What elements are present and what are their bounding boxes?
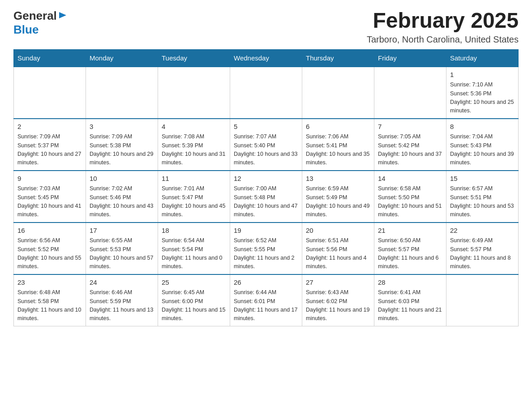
- day-number: 1: [450, 70, 515, 80]
- day-info: Sunrise: 6:50 AMSunset: 5:57 PMDaylight:…: [378, 236, 442, 271]
- calendar-cell: 1Sunrise: 7:10 AMSunset: 5:36 PMDaylight…: [446, 67, 519, 119]
- day-info: Sunrise: 7:09 AMSunset: 5:37 PMDaylight:…: [17, 133, 82, 167]
- day-number: 2: [17, 122, 82, 132]
- day-number: 12: [234, 174, 298, 184]
- day-number: 13: [306, 174, 370, 184]
- calendar-cell: [86, 67, 158, 119]
- day-info: Sunrise: 6:44 AMSunset: 6:01 PMDaylight:…: [234, 288, 298, 323]
- day-info: Sunrise: 7:05 AMSunset: 5:42 PMDaylight:…: [378, 133, 442, 167]
- logo-icon: [58, 10, 68, 20]
- page-header: General Blue February 2025 Tarboro, Nort…: [13, 9, 519, 45]
- calendar-cell: 20Sunrise: 6:51 AMSunset: 5:56 PMDayligh…: [302, 223, 374, 274]
- calendar-table: Sunday Monday Tuesday Wednesday Thursday…: [13, 49, 519, 326]
- day-info: Sunrise: 6:45 AMSunset: 6:00 PMDaylight:…: [162, 288, 226, 323]
- day-info: Sunrise: 6:57 AMSunset: 5:51 PMDaylight:…: [450, 184, 515, 219]
- calendar-cell: 26Sunrise: 6:44 AMSunset: 6:01 PMDayligh…: [230, 274, 302, 326]
- calendar-header-row: Sunday Monday Tuesday Wednesday Thursday…: [14, 49, 519, 67]
- day-info: Sunrise: 7:08 AMSunset: 5:39 PMDaylight:…: [162, 133, 226, 167]
- calendar-week-row: 2Sunrise: 7:09 AMSunset: 5:37 PMDaylight…: [14, 119, 519, 171]
- day-number: 27: [306, 278, 370, 288]
- day-info: Sunrise: 6:51 AMSunset: 5:56 PMDaylight:…: [306, 236, 370, 271]
- day-number: 18: [162, 226, 226, 236]
- day-info: Sunrise: 6:49 AMSunset: 5:57 PMDaylight:…: [450, 236, 515, 271]
- calendar-cell: [158, 67, 230, 119]
- day-number: 26: [234, 278, 298, 288]
- day-number: 24: [90, 278, 154, 288]
- location: Tarboro, North Carolina, United States: [367, 34, 519, 45]
- col-wednesday: Wednesday: [230, 49, 302, 67]
- calendar-cell: 2Sunrise: 7:09 AMSunset: 5:37 PMDaylight…: [14, 119, 86, 171]
- calendar-cell: 10Sunrise: 7:02 AMSunset: 5:46 PMDayligh…: [86, 171, 158, 223]
- calendar-cell: [302, 67, 374, 119]
- day-info: Sunrise: 7:04 AMSunset: 5:43 PMDaylight:…: [450, 133, 515, 167]
- calendar-cell: 13Sunrise: 6:59 AMSunset: 5:49 PMDayligh…: [302, 171, 374, 223]
- day-number: 20: [306, 226, 370, 236]
- col-sunday: Sunday: [14, 49, 86, 67]
- logo-blue-text: Blue: [13, 23, 39, 36]
- day-info: Sunrise: 6:54 AMSunset: 5:54 PMDaylight:…: [162, 236, 226, 271]
- day-number: 3: [90, 122, 154, 132]
- day-info: Sunrise: 6:58 AMSunset: 5:50 PMDaylight:…: [378, 184, 442, 219]
- day-info: Sunrise: 6:56 AMSunset: 5:52 PMDaylight:…: [17, 236, 82, 271]
- day-number: 25: [162, 278, 226, 288]
- col-saturday: Saturday: [446, 49, 519, 67]
- calendar-cell: 24Sunrise: 6:46 AMSunset: 5:59 PMDayligh…: [86, 274, 158, 326]
- calendar-cell: 12Sunrise: 7:00 AMSunset: 5:48 PMDayligh…: [230, 171, 302, 223]
- calendar-week-row: 16Sunrise: 6:56 AMSunset: 5:52 PMDayligh…: [14, 223, 519, 274]
- calendar-cell: 25Sunrise: 6:45 AMSunset: 6:00 PMDayligh…: [158, 274, 230, 326]
- day-number: 23: [17, 278, 82, 288]
- calendar-cell: 15Sunrise: 6:57 AMSunset: 5:51 PMDayligh…: [446, 171, 519, 223]
- day-info: Sunrise: 7:02 AMSunset: 5:46 PMDaylight:…: [90, 184, 154, 219]
- day-number: 17: [90, 226, 154, 236]
- calendar-cell: 9Sunrise: 7:03 AMSunset: 5:45 PMDaylight…: [14, 171, 86, 223]
- day-number: 4: [162, 122, 226, 132]
- day-number: 15: [450, 174, 515, 184]
- calendar-cell: [230, 67, 302, 119]
- day-info: Sunrise: 6:55 AMSunset: 5:53 PMDaylight:…: [90, 236, 154, 271]
- day-info: Sunrise: 7:01 AMSunset: 5:47 PMDaylight:…: [162, 184, 226, 219]
- svg-marker-0: [59, 12, 66, 18]
- calendar-cell: 27Sunrise: 6:43 AMSunset: 6:02 PMDayligh…: [302, 274, 374, 326]
- calendar-cell: 17Sunrise: 6:55 AMSunset: 5:53 PMDayligh…: [86, 223, 158, 274]
- calendar-cell: 19Sunrise: 6:52 AMSunset: 5:55 PMDayligh…: [230, 223, 302, 274]
- calendar-week-row: 9Sunrise: 7:03 AMSunset: 5:45 PMDaylight…: [14, 171, 519, 223]
- day-number: 16: [17, 226, 82, 236]
- calendar-cell: 16Sunrise: 6:56 AMSunset: 5:52 PMDayligh…: [14, 223, 86, 274]
- col-thursday: Thursday: [302, 49, 374, 67]
- calendar-cell: 21Sunrise: 6:50 AMSunset: 5:57 PMDayligh…: [374, 223, 446, 274]
- day-number: 19: [234, 226, 298, 236]
- day-number: 5: [234, 122, 298, 132]
- day-number: 7: [378, 122, 442, 132]
- calendar-cell: [374, 67, 446, 119]
- day-info: Sunrise: 7:03 AMSunset: 5:45 PMDaylight:…: [17, 184, 82, 219]
- calendar-cell: 14Sunrise: 6:58 AMSunset: 5:50 PMDayligh…: [374, 171, 446, 223]
- calendar-cell: 7Sunrise: 7:05 AMSunset: 5:42 PMDaylight…: [374, 119, 446, 171]
- calendar-cell: [446, 274, 519, 326]
- col-tuesday: Tuesday: [158, 49, 230, 67]
- calendar-cell: 8Sunrise: 7:04 AMSunset: 5:43 PMDaylight…: [446, 119, 519, 171]
- day-info: Sunrise: 7:00 AMSunset: 5:48 PMDaylight:…: [234, 184, 298, 219]
- calendar-cell: 5Sunrise: 7:07 AMSunset: 5:40 PMDaylight…: [230, 119, 302, 171]
- day-number: 22: [450, 226, 515, 236]
- day-number: 11: [162, 174, 226, 184]
- day-info: Sunrise: 6:41 AMSunset: 6:03 PMDaylight:…: [378, 288, 442, 323]
- day-info: Sunrise: 6:48 AMSunset: 5:58 PMDaylight:…: [17, 288, 82, 323]
- day-info: Sunrise: 7:07 AMSunset: 5:40 PMDaylight:…: [234, 133, 298, 167]
- day-info: Sunrise: 7:06 AMSunset: 5:41 PMDaylight:…: [306, 133, 370, 167]
- calendar-cell: 18Sunrise: 6:54 AMSunset: 5:54 PMDayligh…: [158, 223, 230, 274]
- calendar-week-row: 1Sunrise: 7:10 AMSunset: 5:36 PMDaylight…: [14, 67, 519, 119]
- day-number: 9: [17, 174, 82, 184]
- calendar-cell: 6Sunrise: 7:06 AMSunset: 5:41 PMDaylight…: [302, 119, 374, 171]
- day-info: Sunrise: 6:52 AMSunset: 5:55 PMDaylight:…: [234, 236, 298, 271]
- calendar-cell: 4Sunrise: 7:08 AMSunset: 5:39 PMDaylight…: [158, 119, 230, 171]
- day-number: 21: [378, 226, 442, 236]
- day-info: Sunrise: 7:10 AMSunset: 5:36 PMDaylight:…: [450, 81, 515, 116]
- calendar-cell: 11Sunrise: 7:01 AMSunset: 5:47 PMDayligh…: [158, 171, 230, 223]
- day-number: 10: [90, 174, 154, 184]
- calendar-week-row: 23Sunrise: 6:48 AMSunset: 5:58 PMDayligh…: [14, 274, 519, 326]
- col-monday: Monday: [86, 49, 158, 67]
- col-friday: Friday: [374, 49, 446, 67]
- day-number: 14: [378, 174, 442, 184]
- title-section: February 2025 Tarboro, North Carolina, U…: [367, 9, 519, 45]
- calendar-cell: 28Sunrise: 6:41 AMSunset: 6:03 PMDayligh…: [374, 274, 446, 326]
